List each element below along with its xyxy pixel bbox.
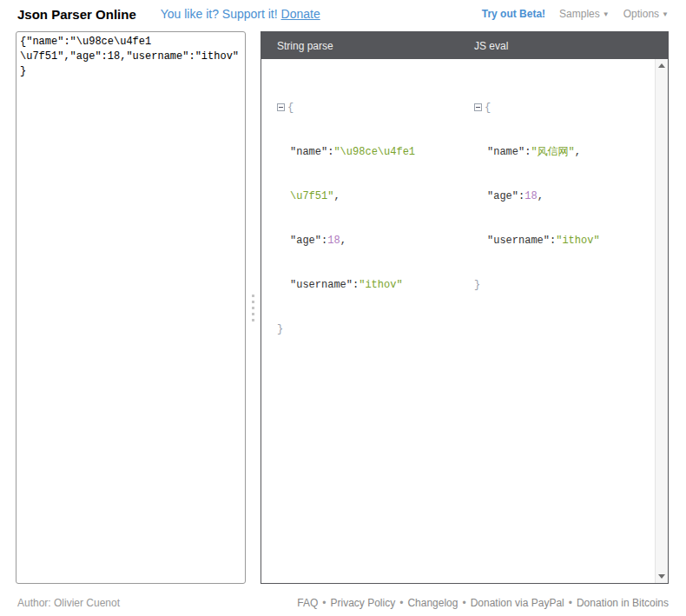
scroll-up-button[interactable]: [656, 59, 668, 72]
string-parse-header: String parse: [261, 40, 458, 52]
separator: •: [462, 597, 465, 609]
resize-handle[interactable]: [246, 31, 261, 584]
faq-link[interactable]: FAQ: [297, 597, 318, 609]
json-close-brace: }: [474, 279, 480, 291]
json-number: 18: [327, 235, 340, 247]
footer-links: FAQ•Privacy Policy•Changelog•Donation vi…: [297, 597, 669, 609]
top-bar: Json Parser Online You like it? Support …: [0, 0, 686, 28]
separator: •: [569, 597, 572, 609]
json-open-brace: {: [485, 102, 491, 114]
arrow-down-icon: [658, 574, 665, 579]
options-menu[interactable]: Options▼: [623, 8, 669, 20]
vertical-scrollbar[interactable]: [655, 59, 668, 583]
results-header: String parse JS eval: [261, 32, 668, 59]
separator: •: [399, 597, 403, 609]
options-label: Options: [623, 8, 659, 20]
changelog-link[interactable]: Changelog: [407, 597, 458, 609]
support-text: You like it? Support it!: [161, 7, 278, 21]
privacy-policy-link[interactable]: Privacy Policy: [331, 597, 396, 609]
donate-link[interactable]: Donate: [281, 7, 320, 21]
tree-line: "name":"\u98ce\u4fe1: [277, 145, 458, 160]
collapse-icon[interactable]: [474, 103, 482, 111]
tree-line: "age":18,: [277, 234, 458, 248]
samples-label: Samples: [559, 8, 600, 20]
json-comma: ,: [340, 235, 346, 247]
footer: Author: Olivier Cuenot FAQ•Privacy Polic…: [0, 590, 686, 616]
author-credit: Author: Olivier Cuenot: [17, 597, 120, 609]
json-comma: ,: [333, 190, 340, 202]
js-eval-tree: { "name":"风信网", "age":18, "username":"it…: [458, 59, 668, 583]
json-comma: ,: [538, 190, 544, 202]
tree-line: "username":"ithov": [474, 234, 668, 248]
tree-line: {: [474, 101, 668, 116]
caret-down-icon: ▼: [662, 10, 669, 18]
arrow-up-icon: [658, 63, 665, 68]
top-bar-right: Try out Beta! Samples▼ Options▼: [482, 8, 669, 20]
main-area: {"name":"\u98ce\u4fe1 \u7f51","age":18,"…: [0, 28, 686, 584]
json-string: "\u98ce\u4fe1: [333, 146, 415, 158]
app-title: Json Parser Online: [17, 7, 136, 22]
try-beta-link[interactable]: Try out Beta!: [482, 8, 545, 20]
json-string: "风信网": [531, 146, 574, 158]
tree-line: "age":18,: [474, 189, 668, 204]
json-comma: ,: [575, 146, 581, 158]
support-message: You like it? Support it! Donate: [161, 7, 320, 21]
results-panel: String parse JS eval { "name":"\u98ce\u4…: [261, 31, 669, 584]
collapse-icon[interactable]: [277, 103, 285, 111]
tree-line: "name":"风信网",: [474, 145, 668, 160]
grip-dots-icon: [252, 295, 254, 321]
json-string: \u7f51": [290, 190, 333, 202]
json-key: "username": [290, 279, 353, 291]
js-eval-header: JS eval: [458, 40, 508, 52]
tree-line: }: [277, 322, 458, 337]
json-key: "username": [487, 235, 550, 247]
json-close-brace: }: [277, 323, 283, 335]
json-string: "ithov": [556, 235, 599, 247]
scroll-down-button[interactable]: [656, 570, 668, 583]
tree-line: }: [474, 278, 668, 293]
json-number: 18: [524, 190, 537, 202]
separator: •: [322, 597, 326, 609]
caret-down-icon: ▼: [603, 10, 610, 18]
json-key: "age": [487, 190, 518, 202]
json-string: "ithov": [359, 279, 402, 291]
string-parse-tree: { "name":"\u98ce\u4fe1 \u7f51", "age":18…: [261, 59, 458, 583]
donation-paypal-link[interactable]: Donation via PayPal: [471, 597, 564, 609]
results-body: { "name":"\u98ce\u4fe1 \u7f51", "age":18…: [261, 59, 668, 583]
json-key: "name": [487, 146, 524, 158]
samples-menu[interactable]: Samples▼: [559, 8, 610, 20]
json-key: "age": [290, 235, 321, 247]
tree-line: "username":"ithov": [277, 278, 458, 293]
json-open-brace: {: [287, 102, 294, 114]
tree-line: {: [277, 101, 458, 116]
tree-line: \u7f51",: [277, 189, 458, 204]
json-key: "name": [290, 146, 327, 158]
json-input[interactable]: {"name":"\u98ce\u4fe1 \u7f51","age":18,"…: [16, 31, 246, 584]
donation-bitcoins-link[interactable]: Donation in Bitcoins: [577, 597, 669, 609]
